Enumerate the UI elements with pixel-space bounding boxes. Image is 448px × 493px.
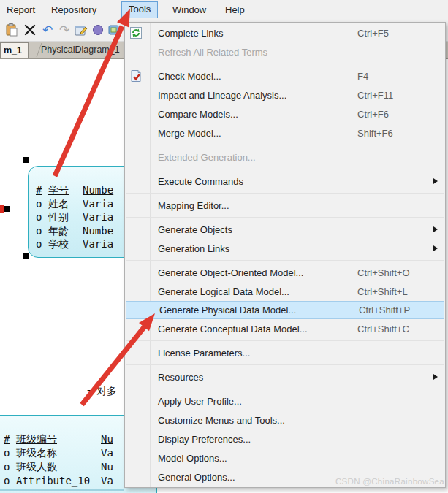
properties-icon[interactable]	[74, 23, 88, 37]
attribute-type: Numbe	[83, 224, 113, 238]
canvas-bottom-line	[0, 489, 124, 491]
menu-item-generate-object-oriented-model[interactable]: Generate Object-Oriented Model...Ctrl+Sh…	[125, 263, 445, 282]
menu-item-label: Generate Object-Oriented Model...	[158, 267, 303, 278]
menu-separator	[125, 167, 445, 172]
menu-item-shortcut: Ctrl+F11	[357, 90, 393, 101]
check-model-icon	[129, 69, 143, 83]
menu-separator	[125, 61, 445, 66]
menu-separator	[125, 338, 445, 343]
attribute-row: #班级编号Nu	[4, 432, 113, 446]
tab-divider	[28, 43, 42, 57]
menu-item-label: Check Model...	[158, 71, 221, 82]
selection-handle[interactable]	[23, 253, 29, 259]
menu-item-label: Model Options...	[158, 453, 227, 464]
menu-item-shortcut: F4	[357, 71, 368, 82]
attribute-name: 性别	[48, 210, 83, 224]
attribute-name: 学校	[48, 237, 83, 251]
attribute-name: 班级人数	[16, 460, 101, 474]
attribute-type: Varia	[83, 197, 113, 211]
menu-item-label: License Parameters...	[158, 348, 250, 359]
paste-icon[interactable]	[4, 23, 19, 37]
attribute-row: o学校Varia	[36, 237, 113, 251]
menu-item-label: Complete Links	[158, 28, 224, 39]
menu-item-generate-conceptual-data-model[interactable]: Generate Conceptual Data Model...Ctrl+Sh…	[125, 319, 445, 338]
key-marker: #	[36, 183, 48, 197]
menu-item-display-preferences[interactable]: Display Preferences...	[125, 429, 445, 448]
attribute-name: 姓名	[48, 197, 83, 211]
menu-bar: Report Repository Tools Window Help	[0, 0, 448, 20]
menu-item-label: Impact and Lineage Analysis...	[158, 90, 286, 101]
key-marker: o	[4, 460, 16, 474]
attribute-name: 学号	[48, 183, 83, 197]
menu-item-generation-links[interactable]: Generation Links	[125, 239, 445, 258]
menu-item-label: Generate Logical Data Model...	[158, 286, 289, 297]
attribute-type: Varia	[83, 210, 113, 224]
undo-icon[interactable]: ↶	[40, 23, 55, 37]
menu-item-model-options[interactable]: Model Options...	[125, 448, 445, 467]
menu-item-mapping-editor[interactable]: Mapping Editor...	[125, 196, 445, 215]
obscured-icon-1[interactable]	[91, 23, 105, 37]
selection-handle[interactable]	[4, 206, 10, 212]
tab-physical-diagram[interactable]: PhysicalDiagram_1	[41, 45, 120, 55]
menu-item-label: Merge Model...	[158, 128, 221, 139]
menu-item-resources[interactable]: Resources	[125, 367, 445, 386]
menu-item-license-parameters[interactable]: License Parameters...	[125, 343, 445, 362]
menu-item-shortcut: Ctrl+F6	[357, 109, 389, 120]
attribute-type: Nu	[101, 460, 113, 474]
attribute-row: o姓名Varia	[36, 197, 113, 211]
tools-menu: Complete LinksCtrl+F5Refresh All Related…	[124, 22, 446, 488]
menubar-item-window[interactable]: Window	[166, 2, 213, 18]
key-marker: o	[36, 210, 48, 224]
menu-separator	[125, 258, 445, 263]
tab-model[interactable]: m_1	[0, 42, 29, 58]
menubar-item-report[interactable]: Report	[0, 2, 42, 18]
attribute-type: Nu	[101, 432, 113, 446]
submenu-arrow-icon	[433, 178, 438, 184]
menu-item-merge-model[interactable]: Merge Model...Shift+F6	[125, 123, 445, 142]
menubar-item-repository[interactable]: Repository	[45, 2, 103, 18]
watermark: CSDN @ChinaRainbowSea	[335, 477, 444, 486]
menu-separator	[125, 142, 445, 148]
menu-separator	[125, 386, 445, 391]
menu-item-generate-physical-data-model[interactable]: Generate Physical Data Model...Ctrl+Shif…	[126, 301, 444, 319]
menu-separator	[125, 362, 445, 367]
menu-item-label: Generate Physical Data Model...	[159, 305, 296, 316]
menu-item-label: Generation Links	[158, 243, 229, 254]
attribute-row: o年龄Numbe	[36, 224, 113, 238]
attribute-type: Varia	[83, 237, 113, 251]
attribute-type: Va	[101, 474, 113, 488]
menu-item-label: Customize Menus and Tools...	[158, 415, 285, 426]
menu-item-check-model[interactable]: Check Model...F4	[125, 66, 445, 85]
attribute-row: o班级名称Va	[4, 446, 113, 460]
attribute-name: 班级名称	[16, 446, 101, 460]
menu-item-label: Generate Objects	[158, 224, 232, 235]
submenu-arrow-icon	[433, 374, 438, 380]
submenu-arrow-icon	[433, 245, 438, 251]
menu-item-generate-logical-data-model[interactable]: Generate Logical Data Model...Ctrl+Shift…	[125, 282, 445, 301]
menu-item-shortcut: Shift+F6	[357, 128, 393, 139]
menu-item-apply-user-profile[interactable]: Apply User Profile...	[125, 391, 445, 410]
key-marker: o	[4, 446, 16, 460]
menu-item-shortcut: Ctrl+Shift+P	[359, 305, 410, 316]
obscured-icon-2[interactable]	[107, 23, 121, 37]
menu-item-customize-menus-and-tools[interactable]: Customize Menus and Tools...	[125, 410, 445, 429]
selection-handle[interactable]	[23, 157, 29, 163]
app-window: #学号Numbeo姓名Variao性别Variao年龄Numbeo学校Varia…	[0, 0, 448, 493]
menubar-item-help[interactable]: Help	[219, 2, 251, 18]
menu-item-label: Refresh All Related Terms	[158, 47, 267, 58]
menu-item-label: General Options...	[158, 472, 235, 483]
delete-icon[interactable]	[23, 23, 37, 37]
menu-item-label: Apply User Profile...	[158, 396, 242, 407]
menu-item-complete-links[interactable]: Complete LinksCtrl+F5	[125, 23, 445, 42]
menubar-item-tools[interactable]: Tools	[121, 1, 158, 18]
menu-item-compare-models[interactable]: Compare Models...Ctrl+F6	[125, 104, 445, 123]
menu-item-execute-commands[interactable]: Execute Commands	[125, 172, 445, 191]
menu-item-label: Resources	[158, 372, 203, 383]
menu-item-impact-and-lineage-analysis[interactable]: Impact and Lineage Analysis...Ctrl+F11	[125, 85, 445, 104]
menu-item-generate-objects[interactable]: Generate Objects	[125, 220, 445, 239]
key-marker: o	[36, 197, 48, 211]
complete-links-icon	[129, 26, 143, 40]
menu-item-extended-generation: Extended Generation...	[125, 148, 445, 167]
menu-item-label: Extended Generation...	[158, 152, 256, 163]
redo-icon[interactable]: ↷	[57, 23, 72, 37]
